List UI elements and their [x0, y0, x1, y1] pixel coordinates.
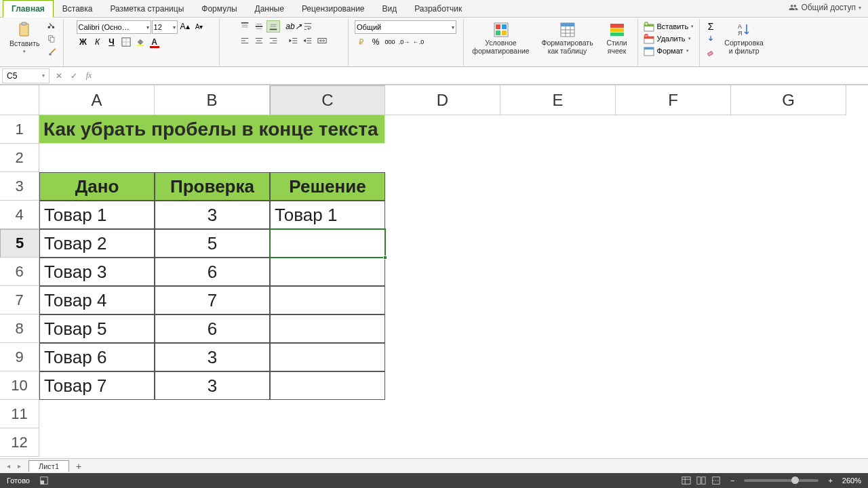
row-header-8[interactable]: 8: [0, 314, 39, 343]
page-break-icon[interactable]: [711, 476, 721, 485]
format-as-table-button[interactable]: Форматировать как таблицу: [537, 20, 598, 56]
cell-C7[interactable]: [270, 286, 385, 314]
align-left-button[interactable]: [238, 35, 252, 47]
number-format-select[interactable]: Общий▾: [355, 20, 456, 34]
row-header-5[interactable]: 5: [0, 229, 39, 258]
share-button[interactable]: Общий доступ ▾: [789, 3, 861, 12]
col-header-G[interactable]: G: [731, 85, 846, 115]
cell-B6[interactable]: 6: [155, 258, 270, 286]
row-header-7[interactable]: 7: [0, 286, 39, 314]
col-header-E[interactable]: E: [500, 85, 616, 115]
normal-view-icon[interactable]: [682, 476, 691, 485]
copy-button[interactable]: [45, 33, 59, 45]
fill-button[interactable]: [704, 33, 717, 45]
row-header-6[interactable]: 6: [0, 258, 39, 286]
cell-B3[interactable]: Проверка: [155, 172, 270, 201]
zoom-in-button[interactable]: +: [828, 476, 832, 485]
bold-button[interactable]: Ж: [77, 36, 90, 48]
font-size-select[interactable]: 12▾: [152, 20, 178, 34]
zoom-level[interactable]: 260%: [842, 476, 861, 485]
autosum-button[interactable]: Σ: [704, 20, 717, 33]
increase-decimal-button[interactable]: .0→: [397, 36, 411, 48]
tab-данные[interactable]: Данные: [246, 0, 293, 17]
tab-главная[interactable]: Главная: [3, 0, 54, 18]
page-layout-icon[interactable]: [696, 476, 706, 485]
sheet-nav-prev[interactable]: ▸: [14, 461, 24, 472]
row-header-3[interactable]: 3: [0, 172, 39, 201]
underline-button[interactable]: Ч: [105, 36, 119, 48]
cell-B7[interactable]: 7: [155, 286, 270, 314]
zoom-slider[interactable]: [744, 479, 818, 482]
zoom-out-button[interactable]: −: [730, 476, 734, 485]
col-header-C[interactable]: C: [270, 85, 385, 115]
clear-button[interactable]: [704, 46, 717, 58]
col-header-A[interactable]: A: [39, 85, 155, 115]
decrease-decimal-button[interactable]: ←.0: [412, 36, 425, 48]
cell-A1[interactable]: Как убрать пробелы в конце текста: [39, 115, 385, 144]
align-right-button[interactable]: [267, 35, 280, 47]
fill-color-button[interactable]: [134, 36, 147, 48]
grid[interactable]: ABCDEFG 123456789101112 Как убрать пробе…: [0, 85, 868, 458]
borders-button[interactable]: [119, 36, 133, 48]
cut-button[interactable]: [45, 20, 59, 33]
accept-formula-button[interactable]: ✓: [66, 68, 81, 83]
cell-B8[interactable]: 6: [155, 314, 270, 343]
cancel-formula-button[interactable]: ✕: [52, 68, 66, 83]
row-header-9[interactable]: 9: [0, 343, 39, 371]
col-header-D[interactable]: D: [385, 85, 500, 115]
cell-B10[interactable]: 3: [155, 371, 270, 400]
cell-A3[interactable]: Дано: [39, 172, 155, 201]
cell-B4[interactable]: 3: [155, 201, 270, 229]
row-header-1[interactable]: 1: [0, 115, 39, 144]
align-middle-button[interactable]: [252, 20, 266, 33]
add-sheet-button[interactable]: +: [72, 460, 85, 472]
cell-A5[interactable]: Товар 2: [39, 229, 155, 258]
italic-button[interactable]: К: [91, 36, 104, 48]
format-painter-button[interactable]: [45, 46, 59, 58]
tab-вставка[interactable]: Вставка: [54, 0, 102, 17]
row-header-10[interactable]: 10: [0, 371, 39, 400]
delete-cells-button[interactable]: Удалить▾: [642, 33, 692, 45]
tab-рецензирование[interactable]: Рецензирование: [293, 0, 374, 17]
align-bottom-button[interactable]: [267, 20, 280, 33]
percent-button[interactable]: %: [369, 36, 382, 48]
currency-button[interactable]: ₽: [355, 36, 368, 48]
col-header-F[interactable]: F: [616, 85, 731, 115]
cell-A4[interactable]: Товар 1: [39, 201, 155, 229]
row-header-2[interactable]: 2: [0, 144, 39, 172]
cell-A9[interactable]: Товар 6: [39, 343, 155, 371]
decrease-font-button[interactable]: A▾: [193, 20, 206, 33]
font-name-select[interactable]: Calibri (Осно…▾: [77, 20, 151, 34]
cell-C4[interactable]: Товар 1: [270, 201, 385, 229]
wrap-text-button[interactable]: [301, 20, 315, 33]
align-top-button[interactable]: [238, 20, 252, 33]
cell-C8[interactable]: [270, 314, 385, 343]
paste-button[interactable]: Вставить ▾: [7, 20, 43, 56]
formula-input[interactable]: [96, 68, 868, 83]
increase-font-button[interactable]: A▴: [178, 20, 192, 33]
cell-A10[interactable]: Товар 7: [39, 371, 155, 400]
cell-C9[interactable]: [270, 343, 385, 371]
insert-cells-button[interactable]: Вставить▾: [642, 20, 696, 33]
sheet-nav-first[interactable]: ◂: [3, 461, 14, 472]
sheet-tab[interactable]: Лист1: [28, 460, 69, 472]
row-header-4[interactable]: 4: [0, 201, 39, 229]
tab-формулы[interactable]: Формулы: [193, 0, 245, 17]
fx-button[interactable]: fx: [81, 68, 96, 83]
comma-button[interactable]: 000: [383, 36, 397, 48]
cell-C3[interactable]: Решение: [270, 172, 385, 201]
conditional-formatting-button[interactable]: Условное форматирование: [468, 20, 534, 56]
cell-A8[interactable]: Товар 5: [39, 314, 155, 343]
orientation-button[interactable]: ab↗: [287, 20, 300, 33]
increase-indent-button[interactable]: [301, 35, 315, 47]
tab-разработчик[interactable]: Разработчик: [406, 0, 471, 17]
cell-A6[interactable]: Товар 3: [39, 258, 155, 286]
cell-B5[interactable]: 5: [155, 229, 270, 258]
name-box[interactable]: C5▾: [2, 68, 50, 83]
align-center-button[interactable]: [252, 35, 266, 47]
cell-B9[interactable]: 3: [155, 343, 270, 371]
cell-C6[interactable]: [270, 258, 385, 286]
select-all-corner[interactable]: [0, 85, 39, 115]
sort-filter-button[interactable]: AЯ Сортировка и фильтр: [720, 20, 768, 56]
cell-C10[interactable]: [270, 371, 385, 400]
